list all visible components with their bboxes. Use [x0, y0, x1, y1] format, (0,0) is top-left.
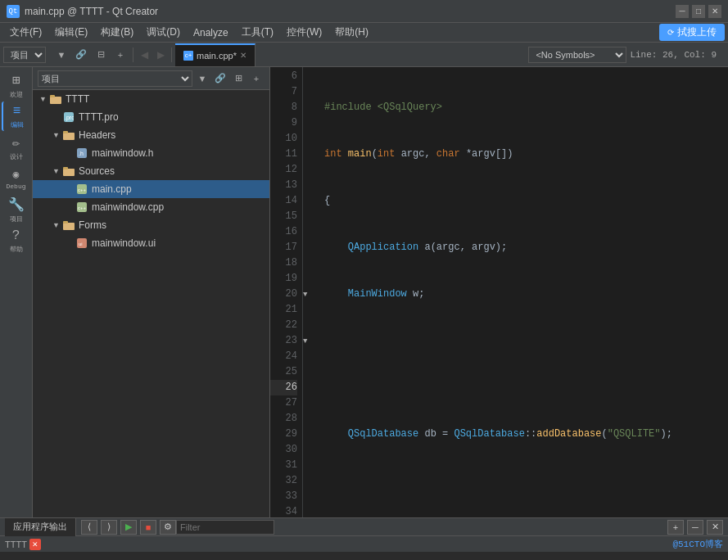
svg-rect-1	[50, 95, 55, 97]
edit-icon: ≡	[13, 104, 21, 119]
bottom-settings-button[interactable]: ⚙	[160, 520, 176, 535]
symbol-select[interactable]: <No Symbols>	[528, 47, 626, 63]
bottom-panel: 应用程序输出 ⟨ ⟩ ▶ ■ ⚙ + ─ ✕	[0, 517, 728, 535]
side-project[interactable]: 🔧 项目	[2, 195, 31, 224]
tab-bar: c+ main.cpp* ✕	[175, 43, 522, 67]
sources-label: Sources	[79, 165, 115, 177]
close-button[interactable]: ✕	[708, 5, 721, 18]
forms-folder-icon	[62, 220, 75, 230]
mwcpp-file-icon: c++	[75, 202, 88, 212]
tree-add-btn[interactable]: +	[248, 70, 265, 87]
pro-file-icon: .pro	[62, 112, 75, 122]
tree-filter-btn[interactable]: ▼	[194, 70, 210, 87]
svg-text:c++: c++	[78, 187, 87, 192]
bottom-add-btn[interactable]: +	[667, 520, 684, 535]
bottom-remove-btn[interactable]: ─	[687, 520, 703, 535]
tree-tttt-pro[interactable]: .pro TTTT.pro	[33, 108, 269, 126]
ln-27: 27	[270, 395, 297, 411]
ln-17: 17	[270, 240, 297, 255]
split-button[interactable]: ⊟	[92, 46, 110, 64]
root-arrow: ▼	[39, 95, 49, 103]
tree-root-tttt[interactable]: ▼ TTTT	[33, 90, 269, 108]
status-close-btn[interactable]: ✕	[29, 539, 41, 550]
code-editor[interactable]: 6 7 8 9 10 11 12 13 14 15 16 17 18 19 20…	[270, 67, 728, 517]
code-line-7: int main(int argc, char *argv[])	[324, 147, 728, 162]
code-line-9: QApplication a(argc, argv);	[324, 240, 728, 255]
ln-33: 33	[270, 489, 297, 504]
tree-mainwindow-ui[interactable]: ui mainwindow.ui	[33, 234, 269, 252]
side-welcome[interactable]: ⊞ 欢迎	[2, 70, 31, 100]
filter-input[interactable]	[176, 520, 274, 535]
menu-build[interactable]: 构建(B)	[94, 24, 140, 41]
upload-button[interactable]: ⟳ 拭搜上传	[659, 24, 725, 41]
menu-analyze[interactable]: Analyze	[187, 25, 235, 40]
bottom-play-forward[interactable]: ⟩	[101, 520, 117, 535]
bottom-stop-button[interactable]: ■	[140, 520, 156, 535]
side-icons: ⊞ 欢迎 ≡ 编辑 ✏ 设计 ◉ Debug 🔧 项目 ? 帮助	[0, 67, 33, 517]
menu-bar: 文件(F) 编辑(E) 构建(B) 调试(D) Analyze 工具(T) 控件…	[0, 23, 728, 43]
tree-mainwindow-h[interactable]: .h mainwindow.h	[33, 144, 269, 162]
ln-16: 16	[270, 224, 297, 240]
ln-30: 30	[270, 442, 297, 458]
svg-rect-0	[50, 97, 61, 104]
code-line-8: {	[324, 193, 728, 209]
status-bar: TTTT ✕ @51CTO博客	[0, 535, 728, 552]
side-design[interactable]: ✏ 设计	[2, 133, 31, 162]
ln-7: 7	[270, 84, 297, 100]
tree-main-cpp[interactable]: c++ main.cpp	[33, 180, 269, 198]
ln-21: 21	[270, 302, 297, 318]
bottom-tab-app-output[interactable]: 应用程序输出	[5, 518, 76, 536]
code-line-13: QSqlDatabase db = QSqlDatabase::addDatab…	[324, 427, 728, 442]
nav-forward-button[interactable]: ▶	[153, 47, 168, 62]
filter-button[interactable]: ▼	[52, 46, 70, 64]
minimize-button[interactable]: ─	[676, 5, 689, 18]
svg-rect-15	[63, 221, 68, 224]
menu-edit[interactable]: 编辑(E)	[48, 24, 94, 41]
bottom-play-button[interactable]: ▶	[120, 520, 137, 535]
ln-14: 14	[270, 193, 297, 209]
separator2	[171, 47, 172, 62]
root-folder-icon	[49, 94, 62, 104]
svg-rect-4	[63, 133, 75, 140]
menu-tools[interactable]: 工具(T)	[235, 24, 280, 41]
h-file-icon: .h	[75, 148, 88, 158]
tree-project-select[interactable]: 项目	[38, 70, 192, 87]
code-lines[interactable]: #include <QSqlQuery> int main(int argc, …	[316, 67, 728, 517]
ln-22: 22	[270, 318, 297, 333]
ln-18: 18	[270, 255, 297, 271]
svg-rect-5	[63, 131, 68, 133]
nav-back-button[interactable]: ◀	[137, 47, 151, 62]
menu-debug[interactable]: 调试(D)	[140, 24, 187, 41]
tree-sources-folder[interactable]: ▼ Sources	[33, 162, 269, 180]
tab-close-button[interactable]: ✕	[240, 51, 246, 60]
ln-29: 29	[270, 427, 297, 442]
menu-file[interactable]: 文件(F)	[3, 24, 48, 41]
tree-toolbar: 项目 ▼ 🔗 ⊞ +	[33, 67, 269, 90]
tree-headers-folder[interactable]: ▼ Headers	[33, 126, 269, 144]
side-help[interactable]: ? 帮助	[2, 226, 31, 255]
tree-expand-btn[interactable]: ⊞	[230, 70, 246, 87]
tree-link-btn[interactable]: 🔗	[212, 70, 228, 87]
ln-15: 15	[270, 209, 297, 224]
maximize-button[interactable]: □	[692, 5, 705, 18]
menu-help[interactable]: 帮助(H)	[328, 24, 375, 41]
svg-rect-14	[63, 223, 75, 230]
file-tree: 项目 ▼ 🔗 ⊞ + ▼ TTTT .pro TTTT.pro	[33, 67, 270, 517]
sources-arrow: ▼	[52, 167, 62, 175]
ln-12: 12	[270, 162, 297, 178]
headers-folder-icon	[62, 130, 75, 140]
add-button[interactable]: +	[111, 46, 129, 64]
bottom-close-btn[interactable]: ✕	[707, 520, 723, 535]
link-button[interactable]: 🔗	[72, 46, 90, 64]
project-select[interactable]: 项目	[3, 47, 46, 63]
side-debug[interactable]: ◉ Debug	[2, 164, 31, 193]
tab-main-cpp[interactable]: c+ main.cpp* ✕	[175, 43, 255, 66]
toolbar: 项目 ▼ 🔗 ⊟ + ◀ ▶ c+ main.cpp* ✕ <No Symbol…	[0, 43, 728, 67]
status-project-name: TTTT	[5, 540, 27, 549]
side-edit[interactable]: ≡ 编辑	[2, 102, 31, 131]
bottom-play-back[interactable]: ⟨	[81, 520, 97, 535]
debug-icon: ◉	[13, 168, 20, 181]
tree-forms-folder[interactable]: ▼ Forms	[33, 216, 269, 234]
menu-controls[interactable]: 控件(W)	[280, 24, 328, 41]
tree-mainwindow-cpp[interactable]: c++ mainwindow.cpp	[33, 198, 269, 216]
